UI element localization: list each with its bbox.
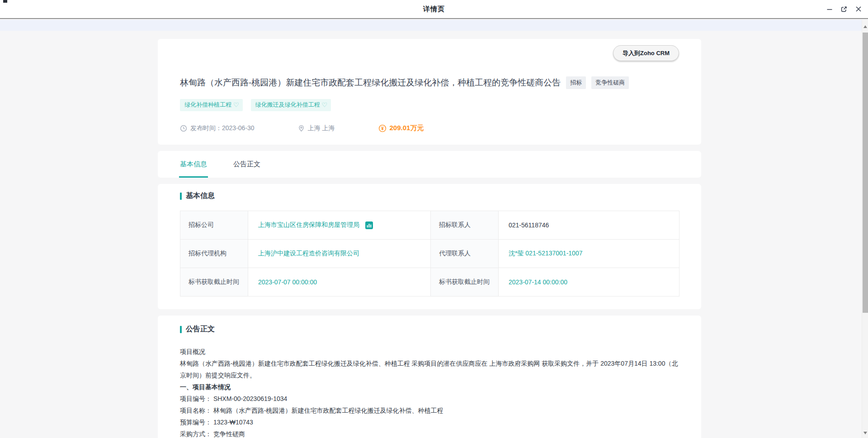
announcement-line: 采购方式： 竞争性磋商 bbox=[180, 428, 679, 438]
bar-chart-icon bbox=[365, 221, 373, 229]
scroll-up-arrow[interactable] bbox=[863, 25, 867, 28]
page-title: 林甸路（水产西路-桃园港）新建住宅市政配套工程绿化搬迁及绿化补偿，种植工程的竞争… bbox=[180, 77, 561, 89]
tab-announcement-text[interactable]: 公告正文 bbox=[233, 151, 260, 178]
basic-info-section-head: 基本信息 bbox=[180, 191, 679, 201]
svg-text:¥: ¥ bbox=[381, 126, 384, 131]
clock-icon bbox=[180, 125, 187, 132]
doc-deadline-1-text: 2023-07-07 00:00:00 bbox=[258, 278, 317, 286]
value-bidding-contact: 021-56118746 bbox=[499, 211, 679, 240]
meta-row: 发布时间：2023-06-30 上海 上海 ¥ bbox=[180, 124, 679, 132]
tags-row: 绿化补偿种植工程 ♡ 绿化搬迁及绿化补偿工程 ♡ bbox=[180, 99, 679, 111]
minimize-button[interactable] bbox=[826, 5, 833, 13]
label-doc-deadline-2: 标书获取截止时间 bbox=[431, 268, 499, 297]
badge-bid-type: 招标 bbox=[566, 76, 586, 89]
announcement-line: 项目编号： SHXM-00-20230619-1034 bbox=[180, 393, 679, 405]
announcement-section-head: 公告正文 bbox=[180, 325, 679, 334]
value-bidding-company: 上海市宝山区住房保障和房屋管理局 bbox=[248, 211, 431, 240]
announcement-line: 项目名称： 林甸路（水产西路-桃园港）新建住宅市政配套工程绿化搬迁及绿化补偿、种… bbox=[180, 405, 679, 416]
location: 上海 上海 bbox=[298, 124, 335, 132]
restore-icon bbox=[840, 6, 847, 13]
favorite-heart-icon[interactable]: ♡ bbox=[233, 102, 239, 108]
keyword-tag-label: 绿化补偿种植工程 bbox=[184, 101, 231, 109]
value-bidding-agency: 上海沪中建设工程造价咨询有限公司 bbox=[248, 240, 431, 268]
yen-circle-icon: ¥ bbox=[378, 124, 387, 132]
window-titlebar: 详情页 bbox=[0, 0, 868, 19]
scrollbar-thumb[interactable] bbox=[863, 33, 868, 313]
vertical-scrollbar[interactable] bbox=[862, 20, 868, 438]
agency-contact-link[interactable]: 沈*莹 021-52137001-1007 bbox=[509, 250, 582, 257]
announcement-line: 预算编号： 1323-₩10743 bbox=[180, 416, 679, 428]
section-accent-bar bbox=[180, 326, 182, 333]
section-accent-bar bbox=[180, 193, 182, 200]
doc-deadline-2-text: 2023-07-14 00:00:00 bbox=[509, 278, 567, 286]
detail-page-content: 导入到Zoho CRM 林甸路（水产西路-桃园港）新建住宅市政配套工程绿化搬迁及… bbox=[0, 20, 868, 438]
table-row: 标书获取截止时间 2023-07-07 00:00:00 标书获取截止时间 20… bbox=[180, 268, 679, 297]
close-icon bbox=[855, 6, 862, 12]
budget-amount: ¥ 209.01万元 bbox=[378, 124, 424, 132]
announcement-line: 一、项目基本情况 bbox=[180, 381, 679, 393]
scroll-down-arrow[interactable] bbox=[863, 432, 867, 434]
basic-info-section-title: 基本信息 bbox=[186, 191, 215, 201]
action-row: 导入到Zoho CRM bbox=[180, 45, 679, 61]
window-corner-artifact bbox=[3, 0, 7, 3]
window-title: 详情页 bbox=[423, 5, 445, 14]
announcement-line: 项目概况 bbox=[180, 346, 679, 358]
keyword-tag[interactable]: 绿化搬迁及绿化补偿工程 ♡ bbox=[251, 99, 331, 111]
cards-column: 导入到Zoho CRM 林甸路（水产西路-桃园港）新建住宅市政配套工程绿化搬迁及… bbox=[158, 39, 701, 438]
company-analytics-button[interactable] bbox=[365, 221, 373, 229]
announcement-card: 公告正文 项目概况 林甸路（水产西路-桃园港）新建住宅市政配套工程绿化搬迁及绿化… bbox=[158, 316, 701, 438]
announcement-section-title: 公告正文 bbox=[186, 325, 215, 334]
table-row: 招标公司 上海市宝山区住房保障和房屋管理局 bbox=[180, 211, 679, 240]
keyword-tag-label: 绿化搬迁及绿化补偿工程 bbox=[255, 101, 320, 109]
keyword-tag[interactable]: 绿化补偿种植工程 ♡ bbox=[180, 99, 243, 111]
label-bidding-agency: 招标代理机构 bbox=[180, 240, 248, 268]
announcement-body: 项目概况 林甸路（水产西路-桃园港）新建住宅市政配套工程绿化搬迁及绿化补偿、种植… bbox=[180, 346, 679, 438]
label-bidding-company: 招标公司 bbox=[180, 211, 248, 240]
minimize-icon bbox=[826, 6, 833, 12]
top-highlight-strip bbox=[0, 20, 862, 31]
publish-date-text: 发布时间：2023-06-30 bbox=[190, 124, 255, 132]
label-agency-contact: 代理联系人 bbox=[431, 240, 499, 268]
restore-button[interactable] bbox=[840, 5, 848, 13]
location-text: 上海 上海 bbox=[308, 124, 335, 132]
bidding-agency-link[interactable]: 上海沪中建设工程造价咨询有限公司 bbox=[258, 250, 359, 257]
tabs-bar: 基本信息 公告正文 bbox=[158, 151, 701, 178]
publish-date: 发布时间：2023-06-30 bbox=[180, 124, 255, 132]
table-row: 招标代理机构 上海沪中建设工程造价咨询有限公司 代理联系人 沈*莹 021-52… bbox=[180, 240, 679, 268]
basic-info-card: 基本信息 招标公司 上海市宝山区住房保障和房屋管理局 bbox=[158, 184, 701, 309]
close-button[interactable] bbox=[854, 5, 862, 13]
bidding-company-link[interactable]: 上海市宝山区住房保障和房屋管理局 bbox=[258, 221, 359, 229]
value-agency-contact: 沈*莹 021-52137001-1007 bbox=[499, 240, 679, 268]
value-doc-deadline-2: 2023-07-14 00:00:00 bbox=[499, 268, 679, 297]
location-pin-icon bbox=[298, 125, 305, 132]
tab-basic-info[interactable]: 基本信息 bbox=[180, 151, 207, 178]
import-to-zoho-crm-button[interactable]: 导入到Zoho CRM bbox=[613, 45, 679, 61]
favorite-heart-icon[interactable]: ♡ bbox=[322, 102, 328, 108]
value-doc-deadline-1: 2023-07-07 00:00:00 bbox=[248, 268, 431, 297]
budget-amount-text: 209.01万元 bbox=[390, 124, 424, 132]
label-bidding-contact: 招标联系人 bbox=[431, 211, 499, 240]
window-controls bbox=[826, 0, 862, 18]
basic-info-table: 招标公司 上海市宝山区住房保障和房屋管理局 bbox=[180, 211, 679, 297]
header-card: 导入到Zoho CRM 林甸路（水产西路-桃园港）新建住宅市政配套工程绿化搬迁及… bbox=[158, 39, 701, 145]
label-doc-deadline-1: 标书获取截止时间 bbox=[180, 268, 248, 297]
badge-procurement-method: 竞争性磋商 bbox=[591, 76, 629, 89]
title-row: 林甸路（水产西路-桃园港）新建住宅市政配套工程绿化搬迁及绿化补偿，种植工程的竞争… bbox=[180, 76, 679, 89]
announcement-line: 林甸路（水产西路-桃园港）新建住宅市政配套工程绿化搬迁及绿化补偿、种植工程 采购… bbox=[180, 358, 679, 381]
